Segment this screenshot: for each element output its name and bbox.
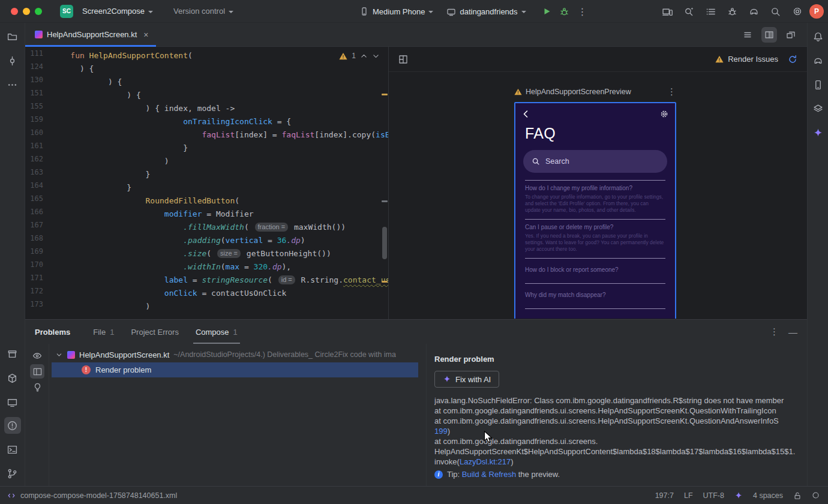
running-devices-tool-icon[interactable] bbox=[4, 394, 21, 410]
editor-scrollbar[interactable] bbox=[382, 227, 387, 259]
task-list-icon[interactable] bbox=[706, 7, 716, 17]
more-tool-windows-icon[interactable] bbox=[4, 76, 21, 93]
chevron-up-icon[interactable] bbox=[360, 52, 368, 60]
faq-item[interactable]: Can I pause or delete my profile?Yes. If… bbox=[525, 220, 665, 259]
line-number[interactable]: 166 bbox=[25, 208, 52, 221]
zoom-window-button[interactable] bbox=[35, 8, 42, 15]
code-line[interactable]: 168 .padding(vertical = 36.dp) bbox=[25, 234, 388, 247]
render-problem-row[interactable]: ! Render problem bbox=[52, 362, 418, 377]
profiler-bug-icon[interactable] bbox=[727, 7, 737, 17]
code-line[interactable]: 151 ) { bbox=[25, 89, 388, 102]
problems-file-row[interactable]: HelpAndSupportScreen.kt ~/AndroidStudioP… bbox=[55, 347, 424, 362]
terminal-tool-icon[interactable] bbox=[4, 441, 21, 458]
project-tool-icon[interactable] bbox=[4, 28, 21, 45]
editor-tab-active[interactable]: HelpAndSupportScreen.kt × bbox=[25, 23, 156, 47]
preview-menu-icon[interactable]: ⋮ bbox=[667, 86, 676, 97]
gemini-assistant-icon[interactable] bbox=[809, 124, 826, 141]
minimize-window-button[interactable] bbox=[23, 8, 30, 15]
search-icon[interactable] bbox=[770, 7, 781, 17]
inspection-widget[interactable]: 1 bbox=[339, 52, 380, 60]
preview-eye-icon[interactable] bbox=[30, 349, 44, 363]
code-line[interactable]: 130 ) { bbox=[25, 76, 388, 89]
scroll-warning-mark[interactable] bbox=[382, 94, 388, 95]
user-avatar[interactable]: P bbox=[809, 4, 824, 19]
code-editor[interactable]: 111 fun HelpAndSupportContent(124 ) {130… bbox=[25, 47, 388, 319]
stack-trace-link[interactable]: 199 bbox=[434, 427, 448, 436]
line-number[interactable]: 173 bbox=[25, 300, 52, 313]
problems-tab-file[interactable]: File1 bbox=[93, 320, 114, 344]
line-number[interactable]: 165 bbox=[25, 194, 52, 208]
run-button[interactable] bbox=[539, 4, 554, 19]
code-line[interactable]: 111 fun HelpAndSupportContent( bbox=[25, 49, 388, 62]
project-selector[interactable]: Screen2Compose bbox=[77, 4, 158, 19]
background-tasks-icon[interactable] bbox=[812, 491, 820, 499]
line-number[interactable]: 167 bbox=[25, 221, 52, 234]
code-line[interactable]: 163 } bbox=[25, 168, 388, 181]
code-line[interactable]: 166 modifier = Modifier bbox=[25, 208, 388, 221]
gradle-tool-icon[interactable] bbox=[809, 52, 826, 69]
ai-search-icon[interactable] bbox=[684, 7, 694, 17]
chevron-expanded-icon[interactable] bbox=[55, 351, 63, 359]
chevron-down-icon[interactable] bbox=[372, 52, 380, 60]
gradle-icon[interactable] bbox=[749, 7, 759, 17]
faq-item[interactable]: Why did my match disappear? bbox=[525, 284, 665, 309]
code-line[interactable]: 167 .fillMaxWidth( fraction = maxWidth()… bbox=[25, 221, 388, 234]
commit-tool-icon[interactable] bbox=[4, 52, 21, 69]
ai-status-icon[interactable] bbox=[734, 491, 743, 500]
faq-item[interactable]: How do I change my profile information?T… bbox=[525, 181, 665, 220]
fix-with-ai-button[interactable]: Fix with AI bbox=[434, 371, 499, 388]
indent-setting[interactable]: 4 spaces bbox=[753, 491, 783, 500]
code-line[interactable]: 162 ) bbox=[25, 155, 388, 168]
settings-gear-icon[interactable] bbox=[659, 109, 669, 119]
line-number[interactable]: 161 bbox=[25, 142, 52, 155]
detail-view-icon[interactable] bbox=[30, 364, 44, 379]
back-chevron-icon[interactable] bbox=[521, 109, 531, 119]
notifications-bell-icon[interactable] bbox=[809, 28, 826, 45]
line-number[interactable]: 160 bbox=[25, 128, 52, 142]
quickfix-bulb-icon[interactable] bbox=[30, 380, 44, 394]
code-line[interactable]: 169 .size( size = getButtonHeight()) bbox=[25, 247, 388, 260]
float-window-icon[interactable] bbox=[783, 27, 799, 43]
line-number[interactable]: 171 bbox=[25, 274, 52, 287]
code-line[interactable]: 173 ) bbox=[25, 300, 388, 313]
code-line[interactable]: 171 label = stringResource( id = R.strin… bbox=[25, 274, 388, 287]
more-run-actions-button[interactable]: ⋮ bbox=[575, 4, 590, 19]
split-editor-icon[interactable] bbox=[761, 27, 777, 43]
close-window-button[interactable] bbox=[11, 8, 18, 15]
resource-manager-tool-icon[interactable] bbox=[809, 100, 826, 117]
panel-options-icon[interactable]: ⋮ bbox=[770, 326, 779, 337]
device-selector[interactable]: Medium Phone bbox=[354, 4, 439, 19]
lock-icon[interactable] bbox=[793, 491, 802, 500]
line-number[interactable]: 124 bbox=[25, 62, 52, 76]
line-number[interactable]: 164 bbox=[25, 181, 52, 194]
line-number[interactable]: 163 bbox=[25, 168, 52, 181]
code-line[interactable]: 172 onClick = contactUsOnClick bbox=[25, 287, 388, 300]
line-number[interactable]: 155 bbox=[25, 102, 52, 115]
build-refresh-icon[interactable] bbox=[788, 55, 797, 64]
scroll-warning-mark[interactable] bbox=[382, 281, 388, 283]
build-tool-icon[interactable] bbox=[4, 346, 21, 362]
line-number[interactable]: 159 bbox=[25, 115, 52, 128]
problems-tool-icon[interactable] bbox=[4, 417, 21, 434]
hide-panel-icon[interactable]: — bbox=[788, 327, 797, 337]
code-line[interactable]: 170 .widthIn(max = 320.dp), bbox=[25, 260, 388, 274]
code-line[interactable]: 124 ) { bbox=[25, 62, 388, 76]
build-refresh-link[interactable]: Build & Refresh bbox=[462, 470, 516, 479]
faq-item[interactable]: How do I block or report someone? bbox=[525, 259, 665, 284]
line-number[interactable]: 111 bbox=[25, 49, 52, 62]
line-number[interactable]: 130 bbox=[25, 76, 52, 89]
line-separator[interactable]: LF bbox=[684, 491, 693, 500]
dependencies-tool-icon[interactable] bbox=[4, 370, 21, 386]
status-file-name[interactable]: compose-compose-model-1758748140651.xml bbox=[20, 491, 177, 500]
version-control-menu[interactable]: Version control bbox=[168, 4, 239, 19]
run-configuration-selector[interactable]: datingandfriends bbox=[441, 4, 531, 19]
editor-list-icon[interactable] bbox=[740, 27, 755, 43]
line-number[interactable]: 170 bbox=[25, 260, 52, 274]
code-line[interactable]: 164 } bbox=[25, 181, 388, 194]
device-manager-tool-icon[interactable] bbox=[809, 76, 826, 93]
preview-name[interactable]: HelpAndSupportScreenPreview bbox=[526, 88, 631, 96]
line-number[interactable]: 172 bbox=[25, 287, 52, 300]
problems-tab-compose[interactable]: Compose1 bbox=[196, 320, 238, 344]
code-line[interactable]: 165 RoundedFilledButton( bbox=[25, 194, 388, 208]
file-encoding[interactable]: UTF-8 bbox=[703, 491, 724, 500]
